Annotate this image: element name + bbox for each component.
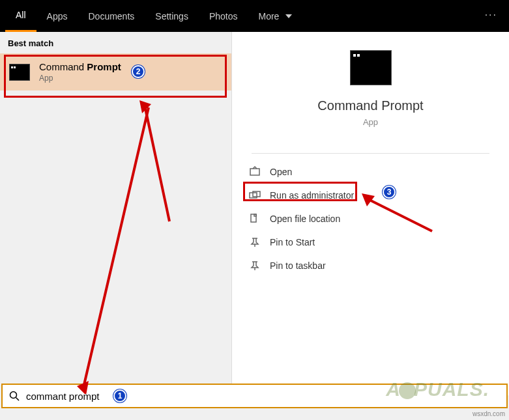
action-pin-to-taskbar-label: Pin to taskbar bbox=[270, 260, 326, 271]
tab-more-label: More bbox=[258, 11, 279, 21]
command-prompt-icon bbox=[9, 64, 30, 81]
open-icon bbox=[249, 166, 261, 178]
annotation-badge-2: 2 bbox=[132, 65, 145, 78]
result-command-prompt[interactable]: Command Prompt App bbox=[0, 53, 231, 91]
svg-rect-3 bbox=[251, 214, 256, 222]
svg-point-5 bbox=[10, 392, 17, 399]
image-credit: wsxdn.com bbox=[473, 410, 505, 417]
chevron-down-icon bbox=[285, 14, 292, 18]
folder-icon bbox=[249, 213, 261, 225]
action-run-as-admin[interactable]: Run as administrator bbox=[245, 184, 496, 207]
results-panel: Best match Command Prompt App bbox=[0, 32, 232, 395]
pin-icon bbox=[249, 260, 261, 272]
preview-title: Command Prompt bbox=[317, 98, 423, 113]
action-pin-to-taskbar[interactable]: Pin to taskbar bbox=[245, 254, 496, 277]
action-open[interactable]: Open bbox=[245, 160, 496, 184]
section-best-match: Best match bbox=[0, 32, 231, 53]
tab-documents[interactable]: Documents bbox=[78, 0, 145, 32]
shield-admin-icon bbox=[249, 189, 261, 201]
action-run-as-admin-label: Run as administrator bbox=[270, 190, 354, 201]
action-open-file-location-label: Open file location bbox=[270, 214, 340, 224]
preview-command-prompt-icon bbox=[350, 50, 392, 85]
action-open-label: Open bbox=[270, 167, 292, 177]
svg-rect-4 bbox=[254, 214, 256, 216]
action-pin-to-start[interactable]: Pin to Start bbox=[245, 231, 496, 254]
separator bbox=[252, 153, 490, 154]
annotation-badge-1: 1 bbox=[113, 389, 126, 402]
result-title-pre: Command bbox=[39, 61, 87, 72]
preview-subtitle: App bbox=[363, 117, 378, 127]
svg-line-6 bbox=[16, 398, 20, 401]
action-list: Open Run as administrator Open file loca… bbox=[232, 160, 509, 277]
action-pin-to-start-label: Pin to Start bbox=[270, 237, 315, 247]
svg-rect-0 bbox=[250, 169, 259, 175]
result-title: Command Prompt bbox=[39, 61, 121, 72]
tab-all[interactable]: All bbox=[5, 0, 36, 32]
search-filter-bar: All Apps Documents Settings Photos More … bbox=[0, 0, 509, 32]
watermark: APUALS. bbox=[386, 378, 489, 400]
tab-apps[interactable]: Apps bbox=[36, 0, 78, 32]
watermark-suf: . bbox=[484, 378, 489, 400]
annotation-badge-3: 3 bbox=[383, 186, 396, 199]
preview-panel: Command Prompt App Open Run as administr… bbox=[232, 32, 509, 395]
tab-settings[interactable]: Settings bbox=[145, 0, 199, 32]
action-open-file-location[interactable]: Open file location bbox=[245, 207, 496, 231]
tab-photos[interactable]: Photos bbox=[199, 0, 248, 32]
pin-icon bbox=[249, 236, 261, 248]
search-icon bbox=[9, 391, 20, 401]
result-subtitle: App bbox=[39, 74, 121, 83]
tab-more[interactable]: More bbox=[248, 0, 302, 32]
overflow-menu-icon[interactable]: ··· bbox=[485, 9, 497, 21]
watermark-mid: PUALS bbox=[414, 378, 484, 400]
result-title-bold: Prompt bbox=[87, 61, 121, 72]
